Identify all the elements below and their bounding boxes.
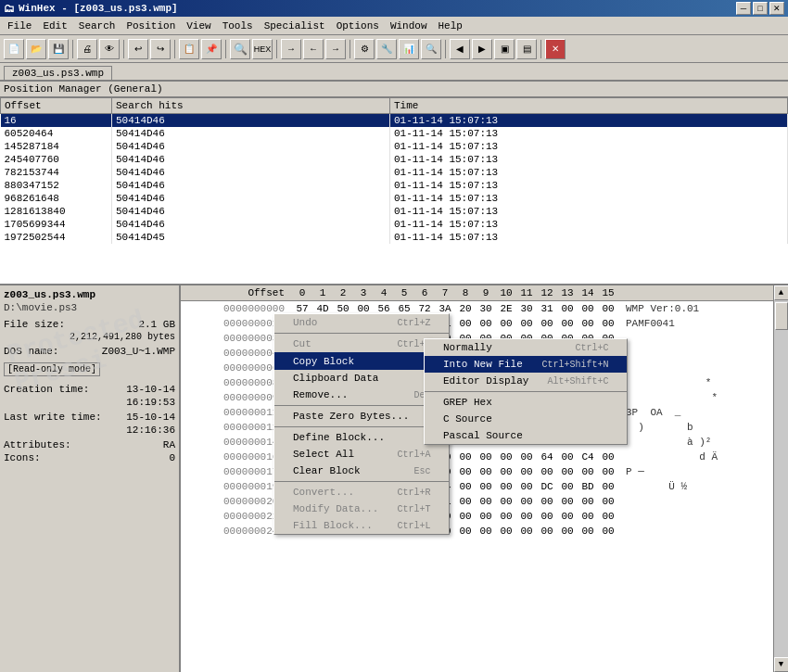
sub-c-source[interactable]: C Source [425,411,627,427]
close-file-btn[interactable]: ✕ [545,39,566,59]
hex-byte[interactable]: 2E [496,303,516,314]
hex-byte[interactable]: 64 [537,451,557,463]
menu-search[interactable]: Search [73,18,121,34]
pos-table-row[interactable]: 16 50414D46 01-11-14 15:07:13 [1,114,788,128]
scrollbar[interactable]: ▲ ▼ [773,285,788,672]
hex-byte[interactable]: 00 [557,511,578,522]
hex-byte[interactable]: DC [537,481,557,492]
hex-byte[interactable]: 00 [557,466,578,477]
pos-table-row[interactable]: 782153744 50414D46 01-11-14 15:07:13 [1,166,788,179]
hex-row[interactable]: 0000000000 574D50005665723A20302E3031000… [181,301,773,316]
find-btn[interactable]: 🔍 [230,39,250,59]
hex-byte[interactable]: 00 [598,511,618,522]
hex-byte[interactable]: 00 [598,451,618,463]
scroll-down-btn[interactable]: ▼ [774,657,789,672]
hex-btn[interactable]: HEX [252,39,273,59]
hex-byte[interactable]: 00 [598,303,618,314]
pos-table-row[interactable]: 245407760 50414D46 01-11-14 15:07:13 [1,153,788,166]
hex-byte[interactable]: 00 [598,526,618,537]
hex-byte[interactable]: 00 [537,496,557,507]
menu-options[interactable]: Options [331,18,385,34]
hex-byte[interactable]: 00 [557,496,578,507]
tools-btn1[interactable]: ⚙ [354,39,375,59]
ctx-modify[interactable]: Modify Data... Ctrl+T [274,501,449,517]
pos-table-row[interactable]: 60520464 50414D46 01-11-14 15:07:13 [1,127,788,140]
hex-byte[interactable]: 00 [557,318,578,329]
hex-byte[interactable]: 00 [557,526,578,537]
hex-byte[interactable]: 20 [455,303,476,314]
hex-byte[interactable]: 00 [476,526,496,537]
minimize-button[interactable]: ─ [736,2,751,15]
hex-row[interactable]: 0000000176 01010100502014000000000000000… [181,464,773,479]
hex-byte[interactable]: 00 [516,466,537,477]
redo-btn[interactable]: ↪ [150,39,171,59]
file-tab[interactable]: z003_us.ps3.wmp [4,66,112,80]
sub-normally[interactable]: Normally Ctrl+C [425,339,627,356]
hex-byte[interactable]: 00 [537,318,557,329]
hex-byte[interactable]: 00 [516,511,537,522]
menu-tools[interactable]: Tools [217,18,259,34]
hex-byte[interactable]: 00 [476,466,496,477]
zoom-btn[interactable]: 🔍 [421,39,441,59]
hex-byte[interactable]: 00 [578,511,598,522]
hex-byte[interactable]: 31 [537,303,557,314]
pos-table-row[interactable]: 1705699344 50414D46 01-11-14 15:07:13 [1,218,788,231]
paste-btn[interactable]: 📌 [201,39,222,59]
hex-byte[interactable]: 00 [455,526,476,537]
sub-editor-display[interactable]: Editor Display Alt+Shift+C [425,373,627,389]
hex-byte[interactable]: 00 [496,466,516,477]
hex-byte[interactable]: 00 [516,481,537,492]
hex-byte[interactable]: 00 [516,526,537,537]
save-btn[interactable]: 💾 [48,39,69,59]
hex-byte[interactable]: 00 [496,511,516,522]
hex-byte[interactable]: 00 [455,451,476,463]
fwd-btn[interactable]: → [325,39,346,59]
hex-byte[interactable]: 00 [578,496,598,507]
hex-byte[interactable]: 00 [537,526,557,537]
nav-btn3[interactable]: ▣ [494,39,515,59]
hex-row[interactable]: 0000000016 50414D46303034310000000000000… [181,316,773,331]
hex-byte[interactable]: 00 [496,451,516,463]
hex-byte[interactable]: 00 [496,496,516,507]
hex-row[interactable]: 0000000240 00000000000000000000000000000… [181,524,773,539]
menu-window[interactable]: Window [385,18,433,34]
hex-byte[interactable]: 00 [516,318,537,329]
hex-byte[interactable]: C4 [578,451,598,463]
tools-btn3[interactable]: 📊 [399,39,419,59]
hex-byte[interactable]: 00 [496,526,516,537]
pos-table-row[interactable]: 880347152 50414D46 01-11-14 15:07:13 [1,179,788,192]
hex-byte[interactable]: 00 [578,318,598,329]
new-btn[interactable]: 📄 [4,39,24,59]
hex-byte[interactable]: 00 [578,466,598,477]
nav-btn2[interactable]: ▶ [472,39,492,59]
pos-table-row[interactable]: 1972502544 50414D45 01-11-14 15:07:13 [1,231,788,244]
hex-byte[interactable]: 00 [578,303,598,314]
hex-byte[interactable]: 00 [455,318,476,329]
pos-table-row[interactable]: 968261648 50414D46 01-11-14 15:07:13 [1,192,788,205]
hex-byte[interactable]: 00 [496,318,516,329]
undo-btn[interactable]: ↩ [128,39,148,59]
pos-table-row[interactable]: 1281613840 50414D46 01-11-14 15:07:13 [1,205,788,218]
ctx-fill[interactable]: Fill Block... Ctrl+L [274,517,449,534]
sub-pascal-source[interactable]: Pascal Source [425,427,627,444]
hex-row[interactable]: 0000000160 0000000000000000000000006400C… [181,450,773,464]
menu-view[interactable]: View [181,18,216,34]
hex-byte[interactable]: 00 [537,511,557,522]
print-btn[interactable]: 🖨 [77,39,97,59]
menu-file[interactable]: File [2,18,37,34]
goto-btn[interactable]: → [281,39,301,59]
hex-byte[interactable]: 00 [598,481,618,492]
sub-into-new-file[interactable]: Into New File Ctrl+Shift+N [425,356,627,373]
pos-table-row[interactable]: 145287184 50414D46 01-11-14 15:07:13 [1,140,788,153]
ctx-convert[interactable]: Convert... Ctrl+R [274,484,449,501]
hex-byte[interactable]: 30 [476,303,496,314]
nav-btn4[interactable]: ▤ [516,39,537,59]
scroll-up-btn[interactable]: ▲ [774,285,789,300]
menu-help[interactable]: Help [433,18,468,34]
hex-row[interactable]: 0000000224 00000000000000000000000000000… [181,509,773,524]
hex-byte[interactable]: 00 [476,451,496,463]
ctx-undo[interactable]: Undo Ctrl+Z [274,314,449,331]
hex-byte[interactable]: 00 [476,496,496,507]
hex-byte[interactable]: 00 [578,526,598,537]
hex-byte[interactable]: 00 [557,481,578,492]
